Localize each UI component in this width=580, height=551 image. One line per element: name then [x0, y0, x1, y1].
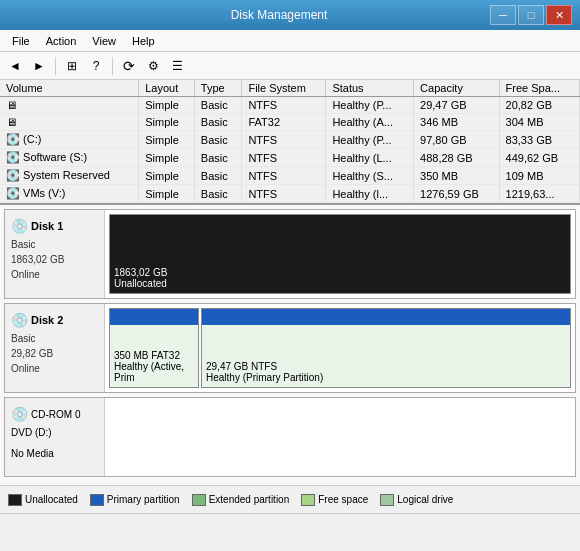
volume-table: Volume Layout Type File System Status Ca… [0, 80, 580, 203]
cell-capacity: 29,47 GB [414, 97, 500, 114]
legend-unallocated-label: Unallocated [25, 494, 78, 505]
table-row[interactable]: 💽 (C:)SimpleBasicNTFSHealthy (P...97,80 … [0, 131, 580, 149]
cell-status: Healthy (S... [326, 167, 414, 185]
disk-1-unallocated[interactable]: 1863,02 GB Unallocated [109, 214, 571, 294]
disk-1-type: Basic [11, 237, 98, 252]
cell-free: 304 MB [499, 114, 579, 131]
disk-view[interactable]: 💿 Disk 1 Basic 1863,02 GB Online 1863,02… [0, 205, 580, 485]
col-status[interactable]: Status [326, 80, 414, 97]
legend-primary-label: Primary partition [107, 494, 180, 505]
cdrom-name: CD-ROM 0 [31, 407, 80, 422]
disk-1-unallocated-header [110, 215, 570, 231]
minimize-button[interactable]: ─ [490, 5, 516, 25]
status-bar [0, 513, 580, 535]
disk-2-partition-1[interactable]: 350 MB FAT32 Healthy (Active, Prim [109, 308, 199, 388]
cell-capacity: 350 MB [414, 167, 500, 185]
disk-2-status: Online [11, 361, 98, 376]
disk-2-partition-1-header [110, 309, 198, 325]
cell-fs: NTFS [242, 185, 326, 203]
disk-2-name: Disk 2 [31, 312, 63, 329]
cell-volume: 💽 Software (S:) [0, 149, 139, 167]
cell-capacity: 1276,59 GB [414, 185, 500, 203]
cell-type: Basic [194, 185, 242, 203]
cell-volume: 💽 System Reserved [0, 167, 139, 185]
disk-icon: 💿 [11, 216, 28, 237]
cell-volume: 💽 (C:) [0, 131, 139, 149]
menu-bar: File Action View Help [0, 30, 580, 52]
disk-2-partition-1-size: 350 MB FAT32 [114, 350, 194, 361]
forward-button[interactable]: ► [28, 55, 50, 77]
legend-free-color [301, 494, 315, 506]
menu-file[interactable]: File [4, 33, 38, 49]
cell-layout: Simple [139, 131, 195, 149]
cdrom-content [105, 398, 575, 476]
maximize-button[interactable]: □ [518, 5, 544, 25]
cell-layout: Simple [139, 167, 195, 185]
legend-free-label: Free space [318, 494, 368, 505]
table-row[interactable]: 🖥 SimpleBasicFAT32Healthy (A...346 MB304… [0, 114, 580, 131]
disk-1-size: 1863,02 GB [11, 252, 98, 267]
table-row[interactable]: 💽 Software (S:)SimpleBasicNTFSHealthy (L… [0, 149, 580, 167]
close-button[interactable]: ✕ [546, 5, 572, 25]
cell-type: Basic [194, 131, 242, 149]
disk-1-partitions: 1863,02 GB Unallocated [105, 210, 575, 298]
table-row[interactable]: 💽 System ReservedSimpleBasicNTFSHealthy … [0, 167, 580, 185]
col-capacity[interactable]: Capacity [414, 80, 500, 97]
refresh-button[interactable]: ⟳ [118, 55, 140, 77]
cell-free: 1219,63... [499, 185, 579, 203]
cell-free: 109 MB [499, 167, 579, 185]
disk-2-partition-1-info: 350 MB FAT32 Healthy (Active, Prim [114, 350, 194, 383]
menu-help[interactable]: Help [124, 33, 163, 49]
legend-unallocated-color [8, 494, 22, 506]
table-row[interactable]: 💽 VMs (V:)SimpleBasicNTFSHealthy (l...12… [0, 185, 580, 203]
cell-capacity: 488,28 GB [414, 149, 500, 167]
col-layout[interactable]: Layout [139, 80, 195, 97]
settings-button[interactable]: ⚙ [142, 55, 164, 77]
cell-fs: NTFS [242, 149, 326, 167]
legend-extended-color [192, 494, 206, 506]
legend-extended-label: Extended partition [209, 494, 290, 505]
back-button[interactable]: ◄ [4, 55, 26, 77]
cell-fs: NTFS [242, 131, 326, 149]
help-button[interactable]: ? [85, 55, 107, 77]
disk-1-row: 💿 Disk 1 Basic 1863,02 GB Online 1863,02… [4, 209, 576, 299]
cell-free: 83,33 GB [499, 131, 579, 149]
col-filesystem[interactable]: File System [242, 80, 326, 97]
cell-volume: 🖥 [0, 97, 139, 114]
cell-status: Healthy (P... [326, 131, 414, 149]
cell-type: Basic [194, 97, 242, 114]
menu-view[interactable]: View [84, 33, 124, 49]
window-controls: ─ □ ✕ [490, 5, 572, 25]
menu-action[interactable]: Action [38, 33, 85, 49]
toolbar: ◄ ► ⊞ ? ⟳ ⚙ ☰ [0, 52, 580, 80]
disk-2-partition-1-status: Healthy (Active, Prim [114, 361, 194, 383]
table-scroll[interactable]: Volume Layout Type File System Status Ca… [0, 80, 580, 203]
disk-2-partition-2[interactable]: 29,47 GB NTFS Healthy (Primary Partition… [201, 308, 571, 388]
cell-volume: 🖥 [0, 114, 139, 131]
window-title: Disk Management [68, 8, 490, 22]
toolbar-sep-1 [55, 57, 56, 75]
cell-type: Basic [194, 114, 242, 131]
table-row[interactable]: 🖥 SimpleBasicNTFSHealthy (P...29,47 GB20… [0, 97, 580, 114]
col-type[interactable]: Type [194, 80, 242, 97]
disk-2-label: 💿 Disk 2 Basic 29,82 GB Online [5, 304, 105, 392]
cell-volume: 💽 VMs (V:) [0, 185, 139, 203]
col-volume[interactable]: Volume [0, 80, 139, 97]
disk-1-name: Disk 1 [31, 218, 63, 235]
col-free[interactable]: Free Spa... [499, 80, 579, 97]
disk-2-partitions: 350 MB FAT32 Healthy (Active, Prim 29,47… [105, 304, 575, 392]
title-bar: Disk Management ─ □ ✕ [0, 0, 580, 30]
properties-button[interactable]: ⊞ [61, 55, 83, 77]
cell-status: Healthy (l... [326, 185, 414, 203]
legend-logical-label: Logical drive [397, 494, 453, 505]
legend-primary: Primary partition [90, 494, 180, 506]
disk-1-unallocated-info: 1863,02 GB Unallocated [114, 267, 566, 289]
extra-button[interactable]: ☰ [166, 55, 188, 77]
cdrom-icon: 💿 [11, 404, 28, 425]
cell-type: Basic [194, 149, 242, 167]
cdrom-row: 💿 CD-ROM 0 DVD (D:) No Media [4, 397, 576, 477]
legend-logical-color [380, 494, 394, 506]
cell-capacity: 346 MB [414, 114, 500, 131]
cdrom-type: DVD (D:) [11, 425, 98, 440]
cell-status: Healthy (P... [326, 97, 414, 114]
